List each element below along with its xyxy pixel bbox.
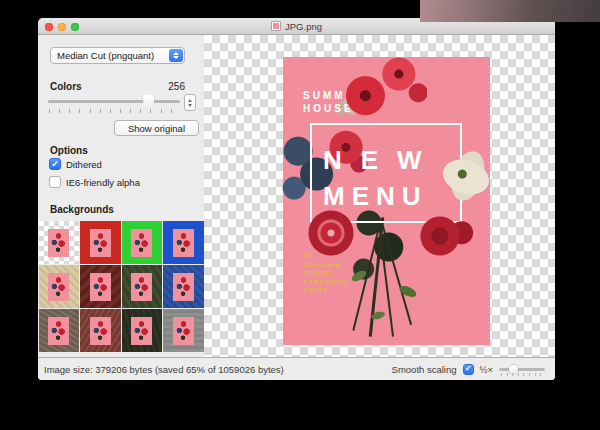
- status-bar: Image size: 379206 bytes (saved 65% of 1…: [38, 357, 555, 380]
- thumbnail-poster: [48, 273, 69, 301]
- background-swatch-maroon-texture[interactable]: [80, 265, 121, 308]
- background-swatch-dark-foliage-texture[interactable]: [122, 309, 163, 352]
- thumbnail-poster: [131, 317, 152, 345]
- thumbnail-poster: [90, 229, 111, 257]
- colors-label: Colors: [50, 81, 82, 92]
- thumbnail-poster: [131, 229, 152, 257]
- background-swatch-denim-texture[interactable]: [163, 265, 204, 308]
- colors-stepper[interactable]: [184, 94, 196, 111]
- window-title: JPG.png: [285, 21, 322, 32]
- colors-slider-track: [48, 100, 180, 103]
- poster-menu-text-new: NEW: [323, 147, 441, 173]
- background-swatch-transparent-checker[interactable]: [39, 221, 80, 264]
- image-canvas: SUMMER HOUSE NEW MENU 15 GOODWIN STREET: [204, 35, 555, 357]
- dropdown-stepper-icon: [169, 49, 183, 62]
- document-icon: [271, 21, 281, 31]
- thumbnail-poster: [48, 229, 69, 257]
- dithered-option: Dithered: [49, 158, 102, 170]
- background-swatch-sand-texture[interactable]: [39, 265, 80, 308]
- zoom-slider-ticks: [501, 373, 545, 376]
- thumbnail-poster: [173, 317, 194, 345]
- thumbnail-poster: [90, 317, 111, 345]
- smooth-scaling-label[interactable]: Smooth scaling: [392, 364, 457, 375]
- window-content: Median Cut (pngquant) Colors 256: [38, 35, 555, 357]
- colors-row: Colors 256: [50, 81, 185, 92]
- app-window: JPG.png Median Cut (pngquant) Colors 256: [38, 18, 555, 380]
- background-swatch-red-gravel-texture[interactable]: [80, 309, 121, 352]
- ie6-alpha-checkbox[interactable]: [49, 176, 61, 188]
- smooth-scaling-checkbox[interactable]: [463, 364, 474, 375]
- traffic-lights: [45, 23, 79, 31]
- sidebar: Median Cut (pngquant) Colors 256: [38, 35, 204, 357]
- background-swatch-gravel-texture[interactable]: [39, 309, 80, 352]
- colors-slider-thumb[interactable]: [143, 95, 154, 108]
- thumbnail-poster: [131, 273, 152, 301]
- zoom-button[interactable]: [71, 23, 79, 31]
- show-original-button[interactable]: Show original: [114, 120, 199, 136]
- image-size-text: Image size: 379206 bytes (saved 65% of 1…: [44, 364, 284, 375]
- thumbnail-poster: [90, 273, 111, 301]
- thumbnail-poster: [173, 229, 194, 257]
- background-swatch-blue[interactable]: [163, 221, 204, 264]
- background-swatch-green[interactable]: [122, 221, 163, 264]
- colors-value: 256: [168, 81, 185, 92]
- backgrounds-grid: [39, 221, 204, 352]
- thumbnail-poster: [48, 317, 69, 345]
- zoom-slider-track: [499, 368, 545, 371]
- background-swatch-foliage-texture[interactable]: [122, 265, 163, 308]
- stepper-down-icon: [188, 104, 192, 107]
- dithered-label[interactable]: Dithered: [66, 159, 102, 170]
- status-right-group: Smooth scaling ½×: [392, 363, 545, 375]
- zoom-slider[interactable]: [499, 363, 545, 375]
- background-swatch-concrete-texture[interactable]: [163, 309, 204, 352]
- preview-image: SUMMER HOUSE NEW MENU 15 GOODWIN STREET: [283, 57, 490, 345]
- minimize-button[interactable]: [58, 23, 66, 31]
- ie6-alpha-label[interactable]: IE6-friendly alpha: [66, 177, 140, 188]
- colors-slider[interactable]: [48, 95, 180, 113]
- colors-slider-ticks: [49, 109, 180, 113]
- thumbnail-poster: [173, 273, 194, 301]
- poster-menu-text-menu: MENU: [323, 183, 428, 209]
- ie6-option: IE6-friendly alpha: [49, 176, 140, 188]
- algorithm-dropdown-value: Median Cut (pngquant): [57, 50, 154, 61]
- flower-red-poppies: [339, 51, 427, 123]
- backgrounds-label: Backgrounds: [50, 204, 114, 215]
- stepper-up-icon: [188, 99, 192, 102]
- desktop: JPG.png Median Cut (pngquant) Colors 256: [0, 0, 600, 430]
- background-window-fragment: [420, 0, 600, 22]
- close-button[interactable]: [45, 23, 53, 31]
- zoom-level: ½×: [480, 364, 493, 375]
- poster-address: 15 GOODWIN STREET KANGAROO POINT: [303, 252, 348, 295]
- algorithm-dropdown[interactable]: Median Cut (pngquant): [50, 47, 185, 64]
- options-label: Options: [50, 145, 88, 156]
- dithered-checkbox[interactable]: [49, 158, 61, 170]
- background-swatch-red[interactable]: [80, 221, 121, 264]
